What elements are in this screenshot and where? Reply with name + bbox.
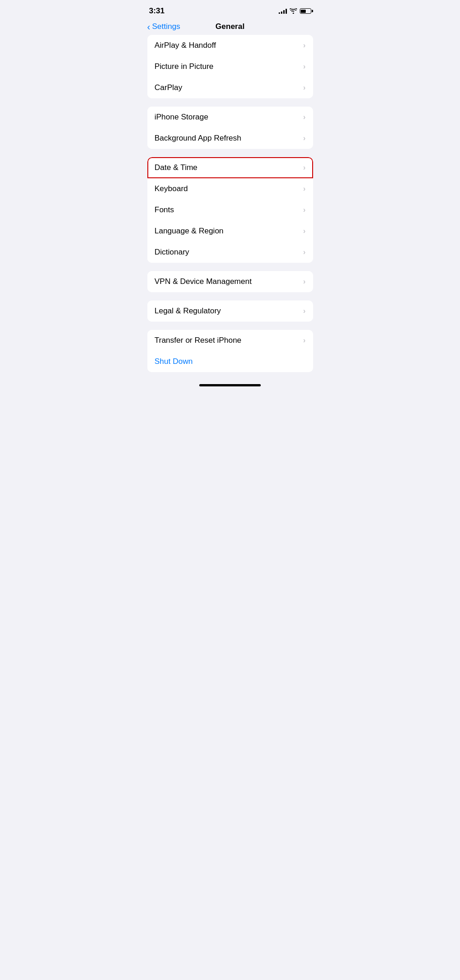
back-label: Settings	[152, 22, 180, 31]
list-item-keyboard[interactable]: Keyboard ›	[147, 178, 313, 199]
home-indicator	[140, 380, 320, 391]
nav-bar: ‹ Settings General	[140, 18, 320, 35]
vpn-device-management-label: VPN & Device Management	[155, 277, 252, 286]
wifi-icon	[290, 8, 297, 14]
content: AirPlay & Handoff › Picture in Picture ›…	[140, 35, 320, 372]
status-bar: 3:31	[140, 0, 320, 18]
status-time: 3:31	[149, 6, 165, 16]
back-chevron-icon: ‹	[147, 22, 151, 31]
list-item-vpn-device-management[interactable]: VPN & Device Management ›	[147, 271, 313, 292]
list-item-picture-in-picture[interactable]: Picture in Picture ›	[147, 56, 313, 77]
list-item-airplay-handoff[interactable]: AirPlay & Handoff ›	[147, 35, 313, 56]
list-item-carplay[interactable]: CarPlay ›	[147, 77, 313, 98]
list-item-dictionary[interactable]: Dictionary ›	[147, 242, 313, 263]
chevron-right-icon: ›	[303, 62, 305, 71]
chevron-right-icon: ›	[303, 206, 305, 214]
chevron-right-icon: ›	[303, 307, 305, 315]
list-item-date-time[interactable]: Date & Time ›	[147, 157, 313, 178]
chevron-right-icon: ›	[303, 134, 305, 142]
list-item-shut-down[interactable]: Shut Down	[147, 351, 313, 372]
carplay-label: CarPlay	[155, 83, 182, 92]
section-reset: Transfer or Reset iPhone › Shut Down	[147, 330, 313, 372]
iphone-storage-label: iPhone Storage	[155, 113, 208, 122]
shut-down-label: Shut Down	[155, 357, 193, 366]
chevron-right-icon: ›	[303, 185, 305, 193]
chevron-right-icon: ›	[303, 164, 305, 172]
airplay-handoff-label: AirPlay & Handoff	[155, 41, 216, 50]
list-item-background-app-refresh[interactable]: Background App Refresh ›	[147, 128, 313, 149]
section-airplay: AirPlay & Handoff › Picture in Picture ›…	[147, 35, 313, 98]
section-locale: Date & Time › Keyboard › Fonts › Languag…	[147, 157, 313, 263]
list-item-language-region[interactable]: Language & Region ›	[147, 221, 313, 242]
keyboard-label: Keyboard	[155, 184, 188, 193]
home-bar	[199, 384, 261, 386]
chevron-right-icon: ›	[303, 41, 305, 50]
status-icons	[279, 8, 311, 14]
list-item-transfer-reset[interactable]: Transfer or Reset iPhone ›	[147, 330, 313, 351]
battery-fill	[301, 10, 306, 13]
language-region-label: Language & Region	[155, 227, 224, 236]
chevron-right-icon: ›	[303, 84, 305, 92]
fonts-label: Fonts	[155, 205, 174, 215]
transfer-reset-label: Transfer or Reset iPhone	[155, 336, 241, 345]
chevron-right-icon: ›	[303, 227, 305, 235]
back-button[interactable]: ‹ Settings	[147, 22, 180, 31]
dictionary-label: Dictionary	[155, 248, 190, 257]
list-item-legal-regulatory[interactable]: Legal & Regulatory ›	[147, 300, 313, 322]
chevron-right-icon: ›	[303, 113, 305, 121]
chevron-right-icon: ›	[303, 336, 305, 345]
legal-regulatory-label: Legal & Regulatory	[155, 306, 221, 316]
nav-title: General	[215, 22, 244, 31]
section-storage: iPhone Storage › Background App Refresh …	[147, 107, 313, 149]
list-item-iphone-storage[interactable]: iPhone Storage ›	[147, 107, 313, 128]
background-app-refresh-label: Background App Refresh	[155, 134, 241, 143]
signal-bars-icon	[279, 8, 287, 14]
section-legal: Legal & Regulatory ›	[147, 300, 313, 322]
chevron-right-icon: ›	[303, 248, 305, 256]
battery-icon	[300, 8, 311, 14]
section-vpn: VPN & Device Management ›	[147, 271, 313, 292]
chevron-right-icon: ›	[303, 278, 305, 286]
date-time-label: Date & Time	[155, 163, 198, 172]
picture-in-picture-label: Picture in Picture	[155, 62, 214, 71]
list-item-fonts[interactable]: Fonts ›	[147, 199, 313, 221]
